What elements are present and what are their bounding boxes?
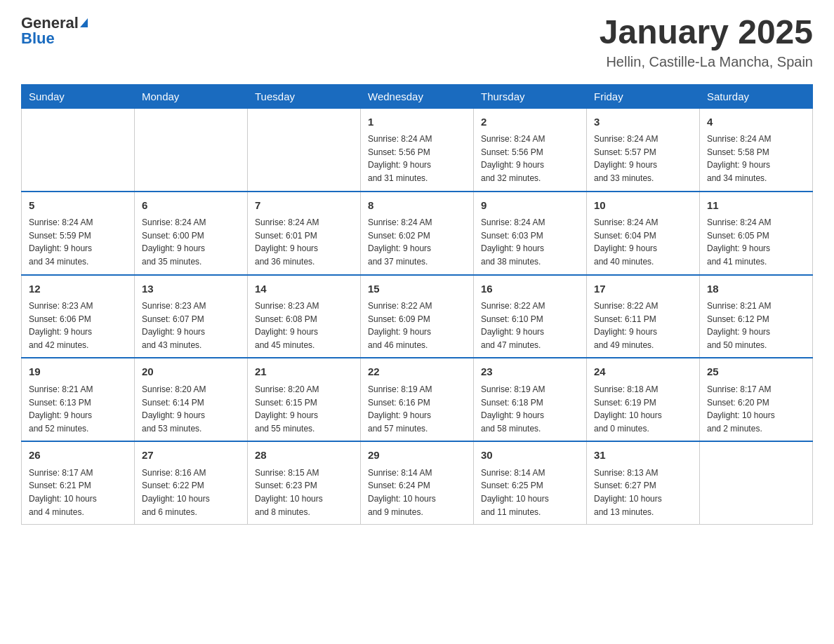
day-info: Sunrise: 8:14 AM Sunset: 6:24 PM Dayligh… [368, 467, 466, 518]
day-info: Sunrise: 8:24 AM Sunset: 5:56 PM Dayligh… [481, 133, 579, 185]
day-number: 15 [368, 281, 466, 297]
calendar-week-row: 19Sunrise: 8:21 AM Sunset: 6:13 PM Dayli… [22, 358, 813, 441]
day-number: 3 [594, 114, 692, 130]
day-info: Sunrise: 8:24 AM Sunset: 6:00 PM Dayligh… [142, 216, 240, 268]
calendar-cell: 7Sunrise: 8:24 AM Sunset: 6:01 PM Daylig… [248, 192, 361, 275]
day-info: Sunrise: 8:19 AM Sunset: 6:18 PM Dayligh… [481, 383, 579, 435]
calendar-cell: 15Sunrise: 8:22 AM Sunset: 6:09 PM Dayli… [361, 275, 474, 358]
day-info: Sunrise: 8:16 AM Sunset: 6:22 PM Dayligh… [142, 467, 240, 518]
day-number: 12 [29, 281, 127, 297]
day-info: Sunrise: 8:19 AM Sunset: 6:16 PM Dayligh… [368, 383, 466, 435]
day-info: Sunrise: 8:20 AM Sunset: 6:15 PM Dayligh… [255, 383, 353, 435]
day-number: 24 [594, 364, 692, 380]
calendar-cell: 30Sunrise: 8:14 AM Sunset: 6:25 PM Dayli… [474, 441, 587, 524]
calendar-cell: 13Sunrise: 8:23 AM Sunset: 6:07 PM Dayli… [135, 275, 248, 358]
calendar-week-row: 5Sunrise: 8:24 AM Sunset: 5:59 PM Daylig… [22, 192, 813, 275]
day-number: 19 [29, 364, 127, 380]
weekday-header-tuesday: Tuesday [248, 84, 361, 108]
day-info: Sunrise: 8:21 AM Sunset: 6:13 PM Dayligh… [29, 383, 127, 435]
day-number: 18 [707, 281, 805, 297]
day-number: 26 [29, 448, 127, 464]
day-info: Sunrise: 8:15 AM Sunset: 6:23 PM Dayligh… [255, 467, 353, 518]
calendar-cell: 20Sunrise: 8:20 AM Sunset: 6:14 PM Dayli… [135, 358, 248, 441]
day-info: Sunrise: 8:13 AM Sunset: 6:27 PM Dayligh… [594, 467, 692, 518]
day-number: 13 [142, 281, 240, 297]
page-header: General Blue January 2025 Hellin, Castil… [21, 14, 813, 70]
day-info: Sunrise: 8:21 AM Sunset: 6:12 PM Dayligh… [707, 300, 805, 351]
page-subtitle: Hellin, Castille-La Mancha, Spain [600, 54, 813, 70]
day-number: 10 [594, 198, 692, 214]
calendar-cell [248, 108, 361, 191]
calendar-cell: 4Sunrise: 8:24 AM Sunset: 5:58 PM Daylig… [700, 108, 813, 191]
day-info: Sunrise: 8:24 AM Sunset: 5:56 PM Dayligh… [368, 133, 466, 185]
day-number: 28 [255, 448, 353, 464]
calendar-week-row: 26Sunrise: 8:17 AM Sunset: 6:21 PM Dayli… [22, 441, 813, 524]
day-number: 27 [142, 448, 240, 464]
calendar-cell: 29Sunrise: 8:14 AM Sunset: 6:24 PM Dayli… [361, 441, 474, 524]
weekday-header-thursday: Thursday [474, 84, 587, 108]
calendar-cell: 14Sunrise: 8:23 AM Sunset: 6:08 PM Dayli… [248, 275, 361, 358]
calendar-cell: 23Sunrise: 8:19 AM Sunset: 6:18 PM Dayli… [474, 358, 587, 441]
calendar-cell: 21Sunrise: 8:20 AM Sunset: 6:15 PM Dayli… [248, 358, 361, 441]
calendar-cell: 26Sunrise: 8:17 AM Sunset: 6:21 PM Dayli… [22, 441, 135, 524]
day-number: 4 [707, 114, 805, 130]
day-info: Sunrise: 8:17 AM Sunset: 6:21 PM Dayligh… [29, 467, 127, 518]
day-number: 31 [594, 448, 692, 464]
logo: General Blue [21, 14, 88, 48]
day-number: 14 [255, 281, 353, 297]
calendar-cell: 28Sunrise: 8:15 AM Sunset: 6:23 PM Dayli… [248, 441, 361, 524]
day-info: Sunrise: 8:24 AM Sunset: 6:02 PM Dayligh… [368, 216, 466, 268]
weekday-header-sunday: Sunday [22, 84, 135, 108]
calendar-cell: 25Sunrise: 8:17 AM Sunset: 6:20 PM Dayli… [700, 358, 813, 441]
logo-blue: Blue [21, 29, 55, 48]
weekday-header-saturday: Saturday [700, 84, 813, 108]
day-number: 20 [142, 364, 240, 380]
day-info: Sunrise: 8:23 AM Sunset: 6:07 PM Dayligh… [142, 300, 240, 351]
calendar-cell: 17Sunrise: 8:22 AM Sunset: 6:11 PM Dayli… [587, 275, 700, 358]
calendar-cell: 1Sunrise: 8:24 AM Sunset: 5:56 PM Daylig… [361, 108, 474, 191]
calendar-cell: 2Sunrise: 8:24 AM Sunset: 5:56 PM Daylig… [474, 108, 587, 191]
day-info: Sunrise: 8:14 AM Sunset: 6:25 PM Dayligh… [481, 467, 579, 518]
calendar-cell: 3Sunrise: 8:24 AM Sunset: 5:57 PM Daylig… [587, 108, 700, 191]
calendar-cell: 24Sunrise: 8:18 AM Sunset: 6:19 PM Dayli… [587, 358, 700, 441]
calendar-cell: 5Sunrise: 8:24 AM Sunset: 5:59 PM Daylig… [22, 192, 135, 275]
calendar-cell: 19Sunrise: 8:21 AM Sunset: 6:13 PM Dayli… [22, 358, 135, 441]
day-info: Sunrise: 8:24 AM Sunset: 6:05 PM Dayligh… [707, 216, 805, 268]
day-info: Sunrise: 8:17 AM Sunset: 6:20 PM Dayligh… [707, 383, 805, 435]
day-info: Sunrise: 8:24 AM Sunset: 6:04 PM Dayligh… [594, 216, 692, 268]
day-info: Sunrise: 8:24 AM Sunset: 5:59 PM Dayligh… [29, 216, 127, 268]
calendar-cell: 11Sunrise: 8:24 AM Sunset: 6:05 PM Dayli… [700, 192, 813, 275]
calendar-cell: 10Sunrise: 8:24 AM Sunset: 6:04 PM Dayli… [587, 192, 700, 275]
calendar-week-row: 1Sunrise: 8:24 AM Sunset: 5:56 PM Daylig… [22, 108, 813, 191]
calendar-header-row: SundayMondayTuesdayWednesdayThursdayFrid… [22, 84, 813, 108]
calendar-cell: 31Sunrise: 8:13 AM Sunset: 6:27 PM Dayli… [587, 441, 700, 524]
day-info: Sunrise: 8:24 AM Sunset: 6:01 PM Dayligh… [255, 216, 353, 268]
calendar-cell: 12Sunrise: 8:23 AM Sunset: 6:06 PM Dayli… [22, 275, 135, 358]
day-number: 6 [142, 198, 240, 214]
calendar-week-row: 12Sunrise: 8:23 AM Sunset: 6:06 PM Dayli… [22, 275, 813, 358]
calendar-cell: 27Sunrise: 8:16 AM Sunset: 6:22 PM Dayli… [135, 441, 248, 524]
day-number: 1 [368, 114, 466, 130]
day-info: Sunrise: 8:20 AM Sunset: 6:14 PM Dayligh… [142, 383, 240, 435]
calendar-cell: 16Sunrise: 8:22 AM Sunset: 6:10 PM Dayli… [474, 275, 587, 358]
calendar-cell [135, 108, 248, 191]
calendar-cell: 9Sunrise: 8:24 AM Sunset: 6:03 PM Daylig… [474, 192, 587, 275]
day-info: Sunrise: 8:22 AM Sunset: 6:09 PM Dayligh… [368, 300, 466, 351]
calendar-cell [22, 108, 135, 191]
page-title: January 2025 [600, 14, 813, 51]
day-info: Sunrise: 8:24 AM Sunset: 5:57 PM Dayligh… [594, 133, 692, 185]
day-info: Sunrise: 8:23 AM Sunset: 6:06 PM Dayligh… [29, 300, 127, 351]
day-number: 7 [255, 198, 353, 214]
day-number: 23 [481, 364, 579, 380]
day-number: 22 [368, 364, 466, 380]
day-info: Sunrise: 8:24 AM Sunset: 6:03 PM Dayligh… [481, 216, 579, 268]
day-info: Sunrise: 8:24 AM Sunset: 5:58 PM Dayligh… [707, 133, 805, 185]
day-number: 5 [29, 198, 127, 214]
day-number: 9 [481, 198, 579, 214]
day-info: Sunrise: 8:22 AM Sunset: 6:10 PM Dayligh… [481, 300, 579, 351]
weekday-header-monday: Monday [135, 84, 248, 108]
calendar-table: SundayMondayTuesdayWednesdayThursdayFrid… [21, 84, 813, 525]
day-number: 25 [707, 364, 805, 380]
weekday-header-wednesday: Wednesday [361, 84, 474, 108]
calendar-cell: 6Sunrise: 8:24 AM Sunset: 6:00 PM Daylig… [135, 192, 248, 275]
